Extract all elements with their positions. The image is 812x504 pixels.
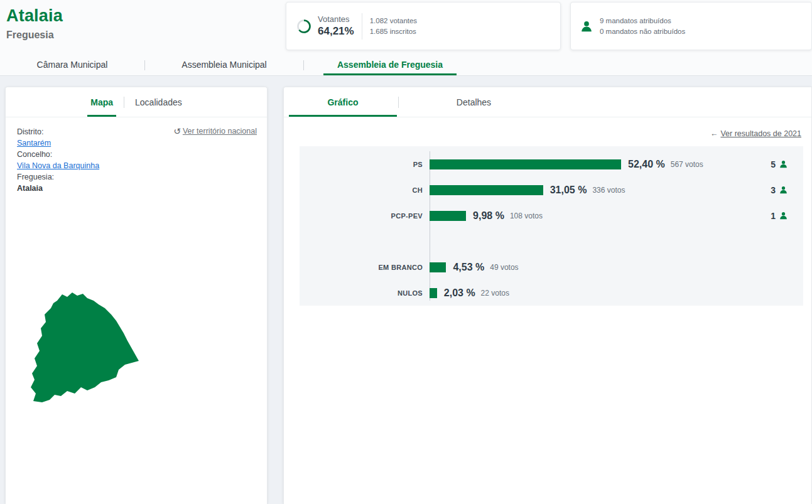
result-bar <box>430 159 621 169</box>
person-icon <box>779 211 788 220</box>
map-panel: Mapa Localidades Distrito: Santarém Conc… <box>5 87 268 504</box>
votantes-details: 1.082 votantes 1.685 inscritos <box>370 16 417 37</box>
title-block: Atalaia Freguesia <box>6 6 63 41</box>
tab-localidades[interactable]: Localidades <box>132 87 185 117</box>
chart-row-ch: CH31,05 %336 votos3 <box>300 177 803 203</box>
votantes-card: Votantes 64,21% 1.082 votantes 1.685 ins… <box>286 2 561 50</box>
tab-separator <box>398 97 399 108</box>
tab-detalhes[interactable]: Detalhes <box>400 87 548 117</box>
votes-value: 567 votos <box>671 160 703 169</box>
votantes-percent: 64,21% <box>318 25 354 38</box>
map-panel-tabs: Mapa Localidades <box>6 87 267 117</box>
mandates-count: 3 <box>771 185 788 195</box>
party-label: PS <box>300 161 430 168</box>
percent-value: 2,03 % <box>444 287 475 299</box>
turnout-donut-icon <box>295 18 313 35</box>
mandatos-atribuidos: 9 mandatos atribuídos <box>600 16 685 26</box>
votes-value: 336 votos <box>592 186 625 195</box>
results-panel-tabs: Gráfico Detalhes <box>284 87 811 117</box>
percent-value: 52,40 % <box>628 159 665 170</box>
result-bar <box>430 185 543 195</box>
results-panel: Gráfico Detalhes ←Ver resultados de 2021… <box>283 87 812 504</box>
person-icon <box>779 185 788 195</box>
votantes-count: 1.082 votantes <box>370 16 417 26</box>
map-body: Distrito: Santarém Concelho: Vila Nova d… <box>6 117 267 404</box>
mandatos-card: 9 mandatos atribuídos 0 mandatos não atr… <box>570 2 812 50</box>
party-label: EM BRANCO <box>300 264 430 271</box>
content-area: Mapa Localidades Distrito: Santarém Conc… <box>0 76 812 504</box>
percent-value: 4,53 % <box>453 262 484 273</box>
party-label: CH <box>300 186 430 194</box>
freguesia-value: Atalaia <box>17 183 257 194</box>
chart-row-pcp-pev: PCP-PEV9,98 %108 votos1 <box>300 203 803 228</box>
party-label: PCP-PEV <box>300 212 430 220</box>
tab-separator <box>124 97 124 108</box>
chart-header: ←Ver resultados de 2021 <box>284 117 811 146</box>
chart-row-em-branco: EM BRANCO4,53 %49 votos <box>300 254 803 280</box>
tab-assembleia-de-freguesia[interactable]: Assembleia de Freguesia <box>323 55 457 75</box>
party-label: NULOS <box>300 289 430 297</box>
result-bar <box>430 288 437 298</box>
ver-territorio-nacional-link[interactable]: ↺ Ver território nacional <box>173 126 257 136</box>
tab-grafico[interactable]: Gráfico <box>289 87 397 117</box>
mandatos-details: 9 mandatos atribuídos 0 mandatos não atr… <box>600 16 685 37</box>
bar-chart: PS52,40 %567 votos5CH31,05 %336 votos3PC… <box>300 146 803 306</box>
tab-assembleia-municipal[interactable]: Assembleia Municipal <box>145 55 303 75</box>
percent-value: 31,05 % <box>550 185 587 196</box>
tab-mapa[interactable]: Mapa <box>87 87 116 117</box>
vertical-divider <box>362 13 362 40</box>
page-header: Atalaia Freguesia Votantes 64,21% 1.082 … <box>0 0 812 55</box>
votantes-summary: Votantes 64,21% <box>318 14 354 38</box>
result-bar <box>430 262 446 272</box>
concelho-label: Concelho: <box>17 149 257 160</box>
votantes-label: Votantes <box>318 14 354 24</box>
mandates-count: 1 <box>771 211 788 221</box>
concelho-link[interactable]: Vila Nova da Barquinha <box>17 161 99 170</box>
page-title: Atalaia <box>6 6 63 26</box>
mandates-count: 5 <box>771 159 788 169</box>
tab-camara-municipal[interactable]: Câmara Municipal <box>0 55 144 75</box>
ver-resultados-2021-link[interactable]: ←Ver resultados de 2021 <box>710 129 801 138</box>
page-subtitle: Freguesia <box>6 29 63 41</box>
chart-row-ps: PS52,40 %567 votos5 <box>300 151 803 177</box>
left-arrow-icon: ← <box>710 129 718 138</box>
tab-separator <box>303 60 304 70</box>
chart-row-nulos: NULOS2,03 %22 votos <box>300 280 803 306</box>
mandatos-nao-atribuidos: 0 mandatos não atribuídos <box>600 26 685 37</box>
organ-tabs: Câmara Municipal Assembleia Municipal As… <box>0 55 812 76</box>
inscritos-count: 1.685 inscritos <box>370 26 417 37</box>
distrito-link[interactable]: Santarém <box>17 139 51 147</box>
percent-value: 9,98 % <box>473 210 504 222</box>
freguesia-label: Freguesia: <box>17 171 257 183</box>
person-icon <box>779 159 788 169</box>
votes-value: 49 votos <box>490 263 518 272</box>
result-bar <box>430 211 466 221</box>
freguesia-map-shape[interactable] <box>24 288 144 404</box>
votes-value: 108 votos <box>510 212 543 220</box>
votes-value: 22 votos <box>481 289 509 298</box>
person-icon <box>580 19 593 33</box>
undo-icon: ↺ <box>173 126 181 136</box>
